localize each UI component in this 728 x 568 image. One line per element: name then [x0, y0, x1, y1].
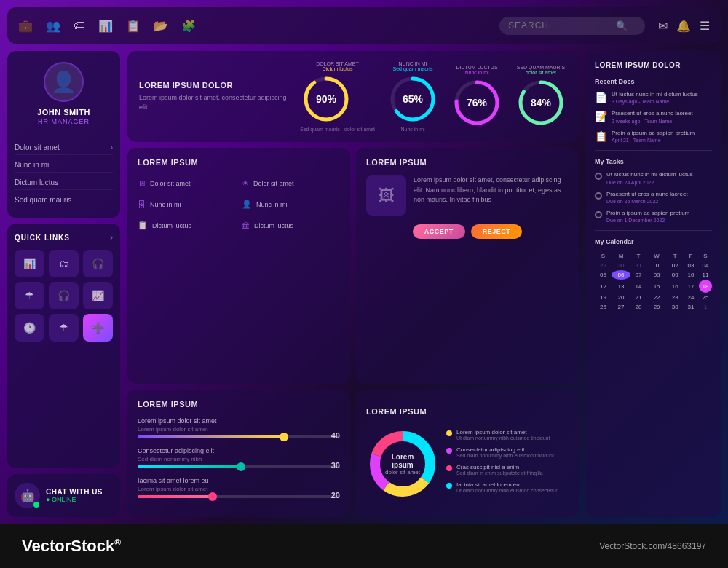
cal-24[interactable]: 24 — [683, 293, 699, 302]
cal-01[interactable]: 01 — [646, 261, 667, 270]
menu-icon[interactable]: ☰ — [700, 19, 710, 33]
cal-19[interactable]: 19 — [595, 293, 612, 302]
cal-h-m: M — [612, 251, 630, 261]
nav-icon-puzzle[interactable]: 🧩 — [181, 19, 196, 33]
cal-1-next[interactable]: 1 — [699, 302, 712, 312]
cal-31b[interactable]: 31 — [683, 302, 699, 312]
quick-link-headset[interactable]: 🎧 — [83, 250, 113, 277]
quick-link-docs[interactable]: 🗂 — [49, 250, 79, 277]
cal-02[interactable]: 02 — [667, 261, 683, 270]
mail-icon[interactable]: ✉ — [658, 19, 668, 33]
cal-29b[interactable]: 29 — [646, 302, 667, 312]
task-due-3: Due on 1 December 2022 — [606, 218, 689, 223]
nav-icon-tag[interactable]: 🏷 — [74, 19, 85, 32]
circle-value-1: 90% — [316, 93, 336, 105]
bottom-row: LOREM IPSUM Lorem ipsum dolor sit amet L… — [127, 390, 579, 517]
menu-item-dictum[interactable]: Dictum luctus — [15, 175, 113, 190]
slider-track-3[interactable] — [138, 495, 340, 498]
cal-03[interactable]: 03 — [683, 261, 699, 270]
menu-item-dolor[interactable]: Dolor sit amet › — [15, 141, 113, 155]
cal-14[interactable]: 14 — [630, 280, 646, 293]
slider-track-2[interactable] — [138, 465, 340, 468]
menu-item-nunc[interactable]: Nunc in mi — [15, 158, 113, 173]
top-nav: 💼 👥 🏷 📊 📋 📂 🧩 🔍 ✉ 🔔 ☰ — [7, 7, 721, 44]
cal-06[interactable]: 06 — [612, 270, 630, 280]
legend-item-3: Cras suscipit nisl a enim Sed diam in en… — [446, 464, 569, 476]
cal-12[interactable]: 12 — [595, 280, 612, 293]
cal-23[interactable]: 23 — [667, 293, 683, 302]
quick-link-analytics[interactable]: 📊 — [15, 250, 44, 277]
quick-links-more[interactable]: › — [110, 232, 113, 242]
cal-16[interactable]: 16 — [667, 280, 683, 293]
quick-links-title: QUICK LINKS — [15, 234, 70, 242]
slider-label-1: Lorem ipsum dolor sit amet — [138, 417, 340, 425]
watermark-bold: Stock — [71, 537, 114, 555]
circle-container-3: 76% — [451, 76, 503, 129]
cal-10[interactable]: 10 — [683, 270, 699, 280]
search-input[interactable] — [508, 20, 610, 31]
accept-button[interactable]: ACCEPT — [413, 224, 465, 239]
cal-20[interactable]: 20 — [612, 293, 630, 302]
nav-icon-clipboard[interactable]: 📋 — [126, 19, 141, 33]
cal-25[interactable]: 25 — [699, 293, 712, 302]
cal-31[interactable]: 31 — [630, 261, 646, 270]
slider-thumb-1[interactable] — [280, 433, 288, 441]
slider-label-3: Iacinia sit amet lorem eu — [138, 477, 340, 484]
donut-panel-title: LOREM IPSUM — [366, 407, 569, 416]
cal-row-4: 19 20 21 22 23 24 25 — [595, 293, 712, 302]
task-content-1: Ut luctus nunc in mi dictum luctus Due o… — [606, 171, 693, 184]
quick-link-headset2[interactable]: 🎧 — [49, 282, 79, 309]
quick-link-umbrella2[interactable]: ☂ — [49, 314, 79, 342]
quick-link-chart[interactable]: 📈 — [83, 282, 113, 309]
cal-13[interactable]: 13 — [612, 280, 630, 293]
cal-11[interactable]: 11 — [699, 270, 712, 280]
cal-15[interactable]: 15 — [646, 280, 667, 293]
list-icon-1: 🖥 — [138, 179, 146, 188]
list-label-4: Nunc in mi — [256, 201, 288, 208]
list-item-3: 🗄 Nunc in mi — [138, 197, 236, 212]
circle-value-4: 84% — [531, 97, 551, 109]
slider-fill-1 — [138, 435, 285, 438]
right-panel: LOREM IPSUM DOLOR Recent Docs 📄 Ut luctu… — [586, 51, 721, 517]
cal-04[interactable]: 04 — [699, 261, 712, 270]
cal-09[interactable]: 09 — [667, 270, 683, 280]
task-due-2: Due on 25 March 2022 — [606, 199, 688, 204]
stat-label-dolor: DOLOR SIT AMET Dictum luctus — [300, 61, 375, 71]
cal-29[interactable]: 29 — [595, 261, 612, 270]
slider-track-1[interactable] — [138, 435, 340, 438]
search-icon[interactable]: 🔍 — [616, 20, 628, 31]
bell-icon[interactable]: 🔔 — [676, 19, 691, 33]
cal-18-today[interactable]: 18 — [699, 280, 712, 293]
chat-avatar: 🤖 — [15, 483, 40, 508]
slider-thumb-3[interactable] — [208, 492, 217, 501]
task-content-3: Proin a ipsum ac sapien pretium Due on 1… — [606, 210, 689, 223]
cal-30b[interactable]: 30 — [667, 302, 683, 312]
nav-icon-folder[interactable]: 📂 — [154, 19, 168, 33]
slider-row-3: Iacinia sit amet lorem eu Lorem ipsum do… — [138, 477, 340, 500]
slider-thumb-2[interactable] — [237, 462, 245, 471]
quick-link-clock[interactable]: 🕐 — [15, 314, 44, 342]
cal-07[interactable]: 07 — [630, 270, 646, 280]
circle-container-1: 90% — [300, 73, 352, 125]
nav-icon-chart[interactable]: 📊 — [98, 19, 113, 33]
menu-item-sed[interactable]: Sed quam mauris — [15, 193, 113, 207]
quick-link-umbrella[interactable]: ☂ — [15, 282, 44, 309]
cal-05[interactable]: 05 — [595, 270, 612, 280]
chat-card[interactable]: 🤖 CHAT WITH US ● ONLINE — [7, 474, 120, 517]
cal-17[interactable]: 17 — [683, 280, 699, 293]
cal-26[interactable]: 26 — [595, 302, 612, 312]
cal-28[interactable]: 28 — [630, 302, 646, 312]
cal-27[interactable]: 27 — [612, 302, 630, 312]
quick-link-add[interactable]: ➕ — [83, 314, 113, 342]
reject-button[interactable]: REJECT — [471, 224, 523, 239]
profile-name: JOHN SMITH — [15, 108, 113, 117]
nav-icon-users[interactable]: 👥 — [46, 19, 60, 33]
lorem-ipsum-card-panel: LOREM IPSUM 🖼 Lorem ipsum dolor sit amet… — [356, 148, 579, 384]
cal-30[interactable]: 30 — [612, 261, 630, 270]
cal-h-s1: S — [595, 251, 612, 261]
nav-icon-briefcase[interactable]: 💼 — [18, 19, 33, 33]
quick-links-header: QUICK LINKS › — [15, 232, 113, 242]
cal-22[interactable]: 22 — [646, 293, 667, 302]
cal-08[interactable]: 08 — [646, 270, 667, 280]
cal-21[interactable]: 21 — [630, 293, 646, 302]
